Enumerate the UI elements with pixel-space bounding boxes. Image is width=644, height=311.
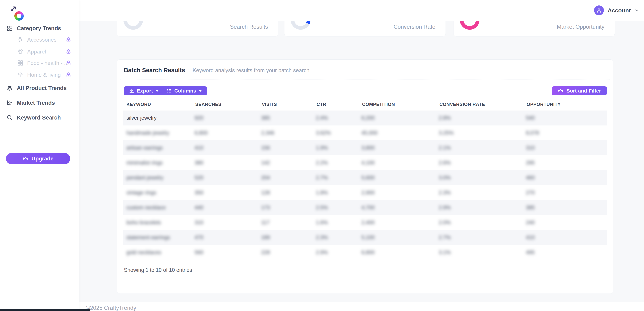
sort-and-filter-button[interactable]: Sort and Filter (552, 86, 607, 95)
table-row: custom necklace4401732.5%4,7002.9%385 (123, 200, 607, 215)
value-cell: 310 (194, 220, 204, 226)
value-cell: 2.9% (316, 249, 328, 256)
sidebar-item-category-trends[interactable]: Category Trends (0, 23, 79, 33)
lock-icon (66, 37, 71, 43)
value-cell: 5,600 (362, 175, 375, 181)
sort-filter-label: Sort and Filter (566, 88, 601, 94)
lock-icon (66, 49, 71, 54)
panel-subtitle: Keyword analysis results from your batch… (192, 67, 310, 73)
value-cell: 495 (526, 249, 535, 256)
chevron-down-icon (156, 90, 159, 92)
value-cell: 117 (261, 220, 270, 226)
value-cell: 4,700 (362, 205, 375, 211)
keyword-cell: pendant jewelry (126, 175, 163, 181)
sidebar-item-food-health[interactable]: Food - health - ... (0, 58, 79, 68)
value-cell: 173 (261, 205, 270, 211)
value-cell: 350 (194, 190, 204, 196)
value-cell: 2.9% (439, 205, 451, 211)
table-row: handmade jewelry6,8002,3463.62%45,0003.2… (123, 125, 607, 140)
sidebar-item-all-product-trends[interactable]: All Product Trends (0, 83, 79, 93)
keyword-cell: boho bracelets (126, 220, 161, 226)
app-logo[interactable] (7, 5, 17, 15)
sidebar-item-keyword-search[interactable]: Keyword Search (0, 113, 79, 122)
columns-label: Columns (174, 88, 196, 94)
sidebar-item-apparel[interactable]: Apparel (0, 47, 79, 56)
table-row: silver jewelry9203852.4%6,2002.8%540 (123, 110, 607, 125)
column-header-visits: VISITS (262, 102, 277, 107)
table-row: boho bracelets3101171.6%2,4002.0%240 (123, 215, 607, 230)
value-cell: 2,900 (362, 190, 375, 196)
crown-icon (22, 156, 29, 162)
value-cell: 3.62% (316, 130, 331, 136)
keyword-cell: statement earrings (126, 235, 170, 241)
sidebar-item-label: Market Trends (17, 100, 55, 106)
value-cell: 2.4% (316, 115, 328, 121)
value-cell: 560 (194, 249, 204, 256)
value-cell: 142 (261, 160, 270, 166)
app-root: Category TrendsAccessoriesApparelFood - … (0, 0, 644, 311)
value-cell: 45,000 (362, 130, 378, 136)
value-cell: 410 (526, 235, 535, 241)
value-cell: 2.3% (316, 235, 328, 241)
table-row: statement earrings4701892.3%5,1002.7%410 (123, 230, 607, 245)
sidebar-item-label: All Product Trends (17, 85, 66, 91)
value-cell: 520 (194, 175, 204, 181)
stat-card-label: Conversion Rate (394, 23, 435, 30)
value-cell: 2.0% (439, 220, 451, 226)
table-row: gold necklaces5602282.9%6,8003.1%495 (123, 245, 607, 260)
value-cell: 1.8% (316, 190, 328, 196)
value-cell: 2,346 (261, 130, 274, 136)
value-cell: 2.7% (316, 175, 328, 181)
upgrade-label: Upgrade (32, 155, 54, 162)
layers-icon (6, 85, 13, 91)
stat-card-label: Market Opportunity (557, 23, 604, 30)
sidebar-item-label: Category Trends (17, 25, 61, 31)
value-cell: 6,800 (362, 249, 375, 256)
value-cell: 470 (194, 235, 204, 241)
sidebar-item-label: Food - health - ... (27, 60, 69, 66)
export-columns-button-group: Export Columns (124, 86, 207, 95)
sidebar-item-label: Apparel (27, 48, 46, 55)
lock-icon (66, 72, 71, 78)
value-cell: 189 (261, 235, 270, 241)
value-cell: 2.3% (439, 190, 451, 196)
column-header-opportunity: OPPORTUNITY (526, 102, 561, 107)
value-cell: 128 (261, 190, 270, 196)
value-cell: 3,800 (362, 145, 375, 151)
keyword-cell: silver jewelry (126, 115, 156, 121)
value-cell: 204 (261, 175, 270, 181)
upgrade-button[interactable]: Upgrade (6, 153, 70, 164)
value-cell: 156 (261, 145, 270, 151)
column-header-competition: COMPETITION (362, 102, 395, 107)
sidebar-item-accessories[interactable]: Accessories (0, 35, 79, 44)
header-divider (586, 4, 586, 17)
value-cell: 6,200 (362, 115, 375, 121)
value-cell: 440 (194, 205, 204, 211)
table-row: minimalist rings3801422.2%4,1002.6%295 (123, 155, 607, 170)
value-cell: 385 (526, 205, 535, 211)
value-cell: 310 (526, 145, 535, 151)
value-cell: 410 (194, 145, 204, 151)
value-cell: 2.6% (439, 160, 451, 166)
column-header-searches: SEARCHES (195, 102, 222, 107)
batch-search-results-panel: Batch Search Results Keyword analysis re… (117, 59, 614, 294)
sidebar-item-home-living[interactable]: Home & living (0, 70, 79, 80)
keyword-cell: artisan earrings (126, 145, 163, 151)
logo-arrow-icon (7, 5, 17, 15)
columns-button[interactable]: Columns (166, 88, 202, 94)
table-toolbar: Export Columns Sort and Filter (124, 86, 607, 95)
value-cell: 5,100 (362, 235, 375, 241)
sidebar-item-market-trends[interactable]: Market Trends (0, 98, 79, 108)
keyword-cell: custom necklace (126, 205, 166, 211)
table-row: pendant jewelry5202042.7%5,6003.0%460 (123, 170, 607, 185)
sidebar-item-label: Home & living (27, 72, 61, 78)
keyword-cell: vintage rings (126, 190, 156, 196)
export-button[interactable]: Export (129, 88, 159, 94)
value-cell: 295 (526, 160, 535, 166)
watch-icon (17, 36, 24, 43)
account-menu[interactable]: Account (586, 0, 639, 21)
value-cell: 2.1% (439, 145, 451, 151)
table-row: artisan earrings4101561.9%3,8002.1%310 (123, 140, 607, 155)
chart-icon (6, 99, 13, 106)
value-cell: 4,100 (362, 160, 375, 166)
